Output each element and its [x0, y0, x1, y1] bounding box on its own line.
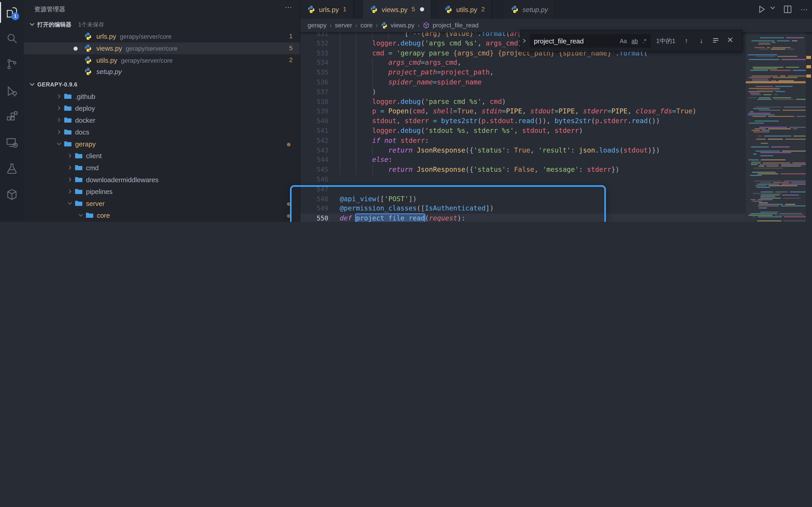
tree-item-client[interactable]: client — [24, 150, 300, 162]
previous-match-icon[interactable]: ↑ — [682, 37, 691, 45]
project-root-header[interactable]: GERAPY-0.9.6 — [24, 78, 300, 90]
breadcrumb-item-core[interactable]: core — [360, 22, 372, 29]
line-number: 548 — [300, 194, 328, 204]
breadcrumb-item-project_file_read[interactable]: project_file_read — [423, 22, 478, 29]
match-case-icon[interactable]: Aa — [620, 38, 627, 44]
active-view-indicator — [0, 2, 1, 23]
folder-icon — [86, 211, 94, 220]
dirty-dot[interactable] — [420, 7, 424, 11]
code-line-544[interactable]: 544else: — [300, 156, 746, 165]
folder-icon — [64, 92, 72, 101]
tree-item-label: client — [86, 152, 101, 160]
tree-item-gerapy[interactable]: gerapy — [24, 138, 300, 150]
split-editor-icon[interactable] — [783, 5, 792, 14]
code-line-546[interactable]: 546 — [300, 175, 746, 185]
tab-urls.py[interactable]: urls.py1 — [300, 0, 354, 18]
package-icon[interactable] — [6, 188, 18, 201]
open-editor-setup.py[interactable]: setup.py — [24, 66, 300, 78]
remote-explorer-icon[interactable] — [6, 136, 18, 149]
tree-item-core[interactable]: core — [24, 210, 300, 222]
whole-word-icon[interactable]: ab — [631, 38, 638, 44]
tree-item-downloadermiddlewares[interactable]: downloadermiddlewares — [24, 174, 300, 186]
code-line-545[interactable]: 545return JsonResponse({'status': False,… — [300, 165, 746, 175]
code-line-543[interactable]: 543return JsonResponse({'status': True, … — [300, 146, 746, 156]
find-collapse-chevron-icon[interactable] — [520, 31, 528, 51]
code-line-541[interactable]: 541logger.debug('stdout %s, stderr %s', … — [300, 126, 746, 136]
chevron-right-icon — [55, 116, 63, 124]
minimap[interactable] — [746, 32, 806, 222]
open-editor-urls.py[interactable]: urls.pygerapy/server/core1 — [24, 31, 300, 43]
code-line-548[interactable]: 548@api_view(['POST']) — [300, 194, 746, 204]
source-control-icon[interactable] — [6, 58, 18, 70]
regex-icon[interactable]: .* — [643, 38, 646, 44]
tree-indent-guide — [81, 221, 82, 222]
line-number: 535 — [300, 68, 328, 78]
more-actions-icon[interactable]: ⋯ — [285, 3, 293, 11]
run-debug-icon[interactable] — [6, 85, 18, 97]
extensions-icon[interactable] — [6, 111, 18, 123]
activity-bar: 1 — [0, 0, 24, 222]
tree-item-.github[interactable]: .github — [24, 91, 300, 103]
next-match-icon[interactable]: ↓ — [697, 37, 706, 45]
file-path: gerapy/server/core — [121, 57, 173, 64]
breadcrumb-item-server[interactable]: server — [335, 22, 352, 29]
code-line-537[interactable]: 537) — [300, 88, 746, 97]
run-python-file-icon[interactable] — [757, 5, 766, 14]
breadcrumb-item-views.py[interactable]: views.py — [381, 22, 415, 29]
line-number: 541 — [300, 126, 328, 136]
line-number: 534 — [300, 58, 328, 68]
tab-views.py[interactable]: views.py5 — [363, 0, 431, 18]
open-editor-views.py[interactable]: views.pygerapy/server/core5 — [24, 42, 300, 54]
breadcrumb-item-gerapy[interactable]: gerapy — [308, 22, 327, 29]
open-editors-header[interactable]: 打开的编辑器 1个未保存 — [24, 18, 300, 30]
tree-item-docs[interactable]: docs — [24, 126, 300, 138]
tab-label: views.py — [382, 5, 408, 13]
run-dropdown-chevron-icon[interactable] — [770, 5, 776, 14]
breadcrumb-separator: › — [355, 22, 357, 29]
tree-item-deploy[interactable]: deploy — [24, 103, 300, 115]
code-editor[interactable]: 531['--{arg} {value}'.format(arg=arg,532… — [300, 32, 746, 222]
breadcrumb-separator: › — [417, 22, 420, 29]
folder-icon — [74, 152, 83, 160]
tree-item-cmd[interactable]: cmd — [24, 162, 300, 174]
close-icon[interactable] — [727, 37, 735, 45]
more-actions-icon[interactable]: ⋯ — [800, 5, 809, 14]
explorer-sidebar: 资源管理器 ⋯ 打开的编辑器 1个未保存 urls.pygerapy/serve… — [24, 0, 300, 222]
code-line-549[interactable]: 549@permission_classes([IsAuthenticated]… — [300, 204, 746, 214]
find-in-selection-icon[interactable] — [712, 37, 721, 45]
tree-item-label: downloadermiddlewares — [86, 176, 158, 183]
chevron-down-icon — [28, 20, 36, 29]
open-editor-utils.py[interactable]: utils.pygerapy/server/core2 — [24, 54, 300, 66]
symbol-method-icon — [423, 22, 430, 29]
folder-icon — [64, 116, 72, 124]
sidebar-title: 资源管理器 — [34, 5, 65, 14]
chevron-down-icon — [55, 140, 63, 147]
find-query[interactable]: project_file_read — [530, 37, 620, 45]
git-modified-dot — [287, 143, 291, 147]
tree-item-pipelines[interactable]: pipelines — [24, 186, 300, 198]
breadcrumb-separator: › — [376, 22, 378, 29]
code-line-539[interactable]: 539p = Popen(cmd, shell=True, stdin=PIPE… — [300, 107, 746, 117]
tab-label: utils.py — [456, 5, 477, 13]
chevron-right-icon — [55, 93, 63, 100]
code-line-534[interactable]: 534args_cmd=args_cmd, — [300, 58, 746, 68]
tree-item-docker[interactable]: docker — [24, 114, 300, 126]
minimap-find-match — [746, 81, 806, 83]
code-line-535[interactable]: 535project_path=project_path, — [300, 68, 746, 78]
tab-setup.py[interactable]: setup.py — [504, 0, 555, 18]
code-line-536[interactable]: 536spider_name=spider_name — [300, 78, 746, 88]
code-line-540[interactable]: 540stdout, stderr = bytes2str(p.stdout.r… — [300, 117, 746, 126]
folder-icon — [64, 139, 72, 148]
search-icon[interactable] — [6, 32, 18, 45]
find-input[interactable]: project_file_read Aa ab .* — [530, 34, 651, 48]
line-number: 539 — [300, 107, 328, 117]
code-line-547[interactable]: 547 — [300, 185, 746, 194]
tree-item-server[interactable]: server — [24, 198, 300, 210]
code-line-550[interactable]: 550def project_file_read(request): — [300, 214, 746, 222]
test-beaker-icon[interactable] — [6, 163, 18, 175]
tree-item-migrations[interactable]: migrations — [24, 221, 300, 222]
chevron-right-icon — [66, 188, 73, 195]
tab-utils.py[interactable]: utils.py2 — [438, 0, 492, 18]
code-line-538[interactable]: 538logger.debug('parse cmd %s', cmd) — [300, 97, 746, 107]
code-line-542[interactable]: 542if not stderr: — [300, 136, 746, 146]
